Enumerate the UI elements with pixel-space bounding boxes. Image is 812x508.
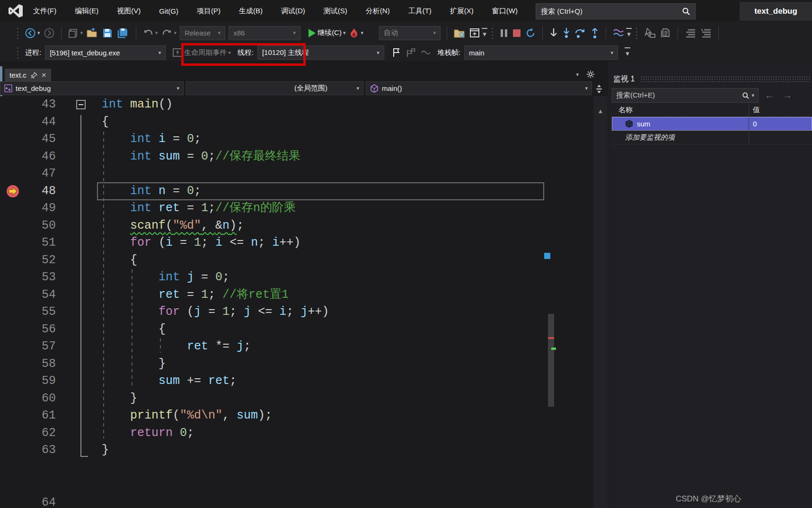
step-into-button[interactable] <box>562 27 571 39</box>
code-line[interactable]: 63} <box>0 442 593 459</box>
back-button[interactable]: ▾ <box>25 27 40 39</box>
menu-item[interactable]: 视图(V) <box>114 5 143 18</box>
line-number[interactable]: 53 <box>0 269 56 286</box>
code-line[interactable]: 43int main() <box>0 96 593 114</box>
list-members-button[interactable] <box>684 28 697 38</box>
watch-title-bar[interactable]: 监视 1 <box>609 71 812 87</box>
line-number[interactable]: 54 <box>0 286 56 304</box>
platform-dropdown[interactable]: x86 ▾ <box>229 26 300 40</box>
line-number[interactable]: 47 <box>0 165 56 183</box>
code-line[interactable]: 61 printf("%d\n", sum); <box>0 407 593 425</box>
line-number[interactable]: 45 <box>0 131 56 148</box>
hot-reload-button[interactable]: ▾ <box>349 27 363 39</box>
function-dropdown[interactable]: main() ▾ <box>366 81 592 95</box>
code-line[interactable]: 56 { <box>0 321 593 339</box>
prev-arrow-icon[interactable]: ← <box>765 90 774 101</box>
code-line[interactable]: 60 } <box>0 390 593 408</box>
menu-item[interactable]: 测试(S) <box>321 5 350 18</box>
line-number[interactable]: 61 <box>0 407 56 425</box>
code-line[interactable]: 54 ret = 1; //将ret置1 <box>0 286 593 304</box>
project-dropdown[interactable]: text_debug ▾ <box>0 81 184 95</box>
menu-item[interactable]: 调试(D) <box>278 5 308 18</box>
line-number[interactable]: 59 <box>0 373 56 390</box>
code-line[interactable]: 59 sum += ret; <box>0 373 593 390</box>
line-number[interactable]: 62 <box>0 425 56 442</box>
menu-item[interactable]: Git(G) <box>156 5 181 17</box>
line-number[interactable]: 49 <box>0 200 56 217</box>
code-line[interactable]: 58 } <box>0 356 593 373</box>
copy-tool-button[interactable] <box>659 27 671 39</box>
toolbar-grip[interactable] <box>16 46 19 59</box>
code-line[interactable]: 64 <box>0 494 593 508</box>
line-number[interactable]: 46 <box>0 148 56 166</box>
show-all-windows-button[interactable]: ▾ <box>469 27 487 39</box>
stop-debugging-button[interactable] <box>512 28 521 38</box>
watch-add-row[interactable]: 添加要监视的项 <box>612 131 812 144</box>
break-all-button[interactable] <box>499 28 509 38</box>
line-number[interactable]: 63 <box>0 442 56 459</box>
scroll-up-icon[interactable]: ▲ <box>593 107 608 115</box>
open-file-button[interactable] <box>86 27 98 39</box>
stackframe-dropdown[interactable]: main ▾ <box>464 45 618 60</box>
tab-text-c[interactable]: text.c × <box>5 69 51 81</box>
line-number[interactable]: 52 <box>0 252 56 269</box>
code-line[interactable]: 48 int n = 0; <box>0 183 593 200</box>
flag-thread-button[interactable] <box>392 47 401 58</box>
quick-search-box[interactable]: 搜索 (Ctrl+Q) <box>536 3 696 19</box>
scope-dropdown[interactable]: (全局范围) ▾ <box>186 81 363 95</box>
code-line[interactable]: 52 { <box>0 252 593 269</box>
redo-button[interactable]: ▾ <box>161 28 177 38</box>
split-handle-icon[interactable] <box>591 81 608 96</box>
toolbar-grip[interactable] <box>491 27 494 39</box>
save-button[interactable] <box>102 27 113 39</box>
close-icon[interactable]: × <box>42 71 46 79</box>
parameter-info-button[interactable] <box>700 28 712 38</box>
thread-dropdown[interactable]: [10120] 主线程 ▾ <box>257 45 384 60</box>
line-number[interactable]: 64 <box>0 494 56 508</box>
code-line[interactable]: 47 <box>0 165 593 183</box>
breakpoint-current-statement-icon[interactable] <box>6 184 20 198</box>
step-over-button[interactable] <box>574 27 587 39</box>
document-list-caret[interactable]: ▾ <box>576 72 579 77</box>
watch-value[interactable]: 0 <box>749 117 812 130</box>
code-editor[interactable]: 43int main()44{45 int i = 0;46 int sum =… <box>0 96 593 508</box>
search-options-caret[interactable]: ▾ <box>751 93 754 98</box>
code-line[interactable]: 53 int j = 0; <box>0 269 593 286</box>
line-number[interactable]: 50 <box>0 217 56 235</box>
configuration-dropdown[interactable]: Release ▾ <box>180 26 225 40</box>
menu-item[interactable]: 窗口(W) <box>489 5 521 18</box>
menu-item[interactable]: 编辑(E) <box>72 5 101 18</box>
code-line[interactable]: 50 scanf("%d", &n); <box>0 217 593 235</box>
show-flagged-only-button[interactable] <box>405 47 416 58</box>
parallel-stacks-button[interactable]: ▾ <box>612 27 632 39</box>
code-line[interactable]: 51 for (i = 1; i <= n; i++) <box>0 234 593 252</box>
code-line[interactable]: 55 for (j = 1; j <= i; j++) <box>0 303 593 321</box>
code-line[interactable]: 44{ <box>0 114 593 131</box>
lifecycle-events-button[interactable]: 生命周期事件 ▾ <box>172 47 231 58</box>
toolbar-grip[interactable] <box>635 27 638 39</box>
menu-item[interactable]: 扩展(X) <box>447 5 477 18</box>
next-arrow-icon[interactable]: → <box>783 90 792 101</box>
line-number[interactable]: 58 <box>0 356 56 373</box>
code-line[interactable]: 45 int i = 0; <box>0 131 593 148</box>
code-line[interactable]: 57 ret *= j; <box>0 338 593 356</box>
restart-button[interactable] <box>525 27 536 39</box>
menu-item[interactable]: 工具(T) <box>406 5 434 18</box>
pin-icon[interactable] <box>31 72 37 79</box>
gear-icon[interactable] <box>586 70 595 79</box>
line-number[interactable]: 51 <box>0 234 56 252</box>
step-out-button[interactable] <box>590 27 600 39</box>
undo-button[interactable]: ▾ <box>142 28 158 38</box>
new-window-button[interactable]: ▾ <box>68 27 83 39</box>
line-number[interactable]: 44 <box>0 114 56 131</box>
column-header-name[interactable]: 名称 <box>612 104 749 116</box>
column-header-value[interactable]: 值 <box>749 104 812 116</box>
watch-search-box[interactable]: 搜索(Ctrl+E) ▾ <box>612 88 759 103</box>
line-number[interactable]: 55 <box>0 303 56 321</box>
toolbar-overflow-button[interactable]: ▾ <box>625 47 630 58</box>
process-dropdown[interactable]: [5196] text_debug.exe ▾ <box>45 45 166 60</box>
menu-item[interactable]: 文件(F) <box>30 5 59 18</box>
debug-target-dropdown[interactable]: 自动 ▾ <box>379 26 441 40</box>
code-line[interactable]: 62 return 0; <box>0 425 593 442</box>
line-number[interactable]: 56 <box>0 321 56 339</box>
